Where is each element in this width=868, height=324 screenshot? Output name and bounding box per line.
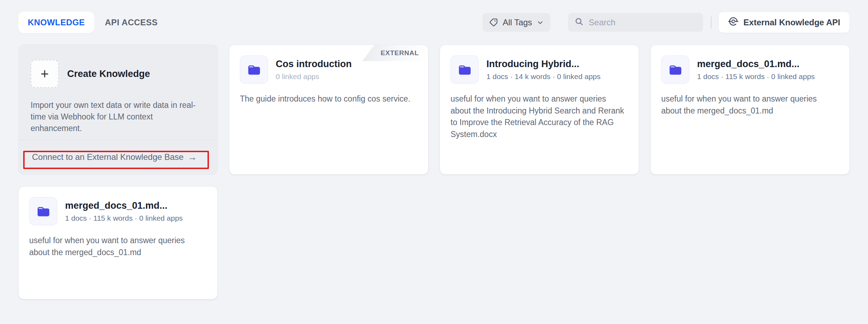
- arrow-right-icon: →: [188, 152, 197, 163]
- tag-icon: [489, 18, 498, 27]
- connect-external-kb-label: Connect to an External Knowledge Base: [32, 152, 184, 162]
- folder-icon: [29, 197, 57, 225]
- create-knowledge-card[interactable]: + Create Knowledge Import your own text …: [18, 45, 218, 175]
- knowledge-card-stats: 1 docs · 115 k words · 0 linked apps: [65, 214, 183, 222]
- tab-group: KNOWLEDGE API ACCESS: [18, 12, 158, 33]
- create-knowledge-title: Create Knowledge: [67, 69, 150, 79]
- connect-external-kb-link[interactable]: Connect to an External Knowledge Base →: [19, 140, 217, 174]
- knowledge-card-stats: 0 linked apps: [276, 72, 352, 81]
- knowledge-card-head-text: Cos introduction 0 linked apps: [276, 59, 352, 81]
- search-box: [568, 13, 703, 32]
- knowledge-card-description: useful for when you want to answer queri…: [440, 93, 639, 140]
- knowledge-card-title: Introducing Hybrid...: [486, 59, 601, 70]
- knowledge-card-head-text: merged_docs_01.md... 1 docs · 115 k word…: [65, 200, 183, 222]
- knowledge-card-description: The guide introduces how to config cos s…: [229, 93, 428, 105]
- all-tags-label: All Tags: [503, 18, 532, 27]
- knowledge-card-description: useful for when you want to answer queri…: [651, 93, 849, 117]
- chevron-down-icon: [536, 19, 544, 26]
- external-knowledge-api-label: External Knowledge API: [743, 18, 840, 27]
- knowledge-card-head: merged_docs_01.md... 1 docs · 115 k word…: [19, 187, 217, 225]
- knowledge-card[interactable]: Introducing Hybrid... 1 docs · 14 k word…: [440, 45, 639, 175]
- tab-knowledge[interactable]: KNOWLEDGE: [18, 12, 94, 33]
- knowledge-card-stats: 1 docs · 14 k words · 0 linked apps: [486, 72, 601, 81]
- folder-icon: [661, 56, 689, 84]
- knowledge-card-title: merged_docs_01.md...: [697, 59, 815, 70]
- external-api-icon: [728, 16, 739, 29]
- header-divider: [711, 17, 711, 28]
- knowledge-card[interactable]: EXTERNAL Cos introduction 0 linked apps …: [229, 45, 428, 175]
- all-tags-dropdown[interactable]: All Tags: [483, 13, 550, 32]
- create-knowledge-head: + Create Knowledge: [19, 45, 217, 88]
- knowledge-card[interactable]: merged_docs_01.md... 1 docs · 115 k word…: [650, 45, 850, 175]
- knowledge-card-head-text: Introducing Hybrid... 1 docs · 14 k word…: [486, 59, 601, 81]
- knowledge-card-title: Cos introduction: [276, 59, 352, 70]
- header-bar: KNOWLEDGE API ACCESS All Tags: [0, 12, 868, 33]
- folder-icon: [240, 56, 268, 84]
- knowledge-card-head: merged_docs_01.md... 1 docs · 115 k word…: [651, 45, 849, 84]
- knowledge-card-head: Introducing Hybrid... 1 docs · 14 k word…: [440, 45, 639, 84]
- plus-icon: +: [31, 60, 59, 88]
- search-icon: [574, 17, 584, 28]
- tab-api-access[interactable]: API ACCESS: [105, 18, 158, 27]
- create-knowledge-description: Import your own text data or write data …: [19, 99, 217, 134]
- folder-icon: [451, 56, 479, 84]
- knowledge-card[interactable]: merged_docs_01.md... 1 docs · 115 k word…: [18, 186, 218, 299]
- knowledge-card-description: useful for when you want to answer queri…: [19, 235, 217, 258]
- search-input[interactable]: [589, 18, 697, 27]
- knowledge-card-stats: 1 docs · 115 k words · 0 linked apps: [697, 72, 815, 81]
- header-actions: All Tags: [483, 12, 850, 33]
- external-knowledge-api-button[interactable]: External Knowledge API: [719, 12, 850, 33]
- knowledge-grid: + Create Knowledge Import your own text …: [0, 45, 868, 299]
- knowledge-card-title: merged_docs_01.md...: [65, 200, 183, 211]
- knowledge-card-head-text: merged_docs_01.md... 1 docs · 115 k word…: [697, 59, 815, 81]
